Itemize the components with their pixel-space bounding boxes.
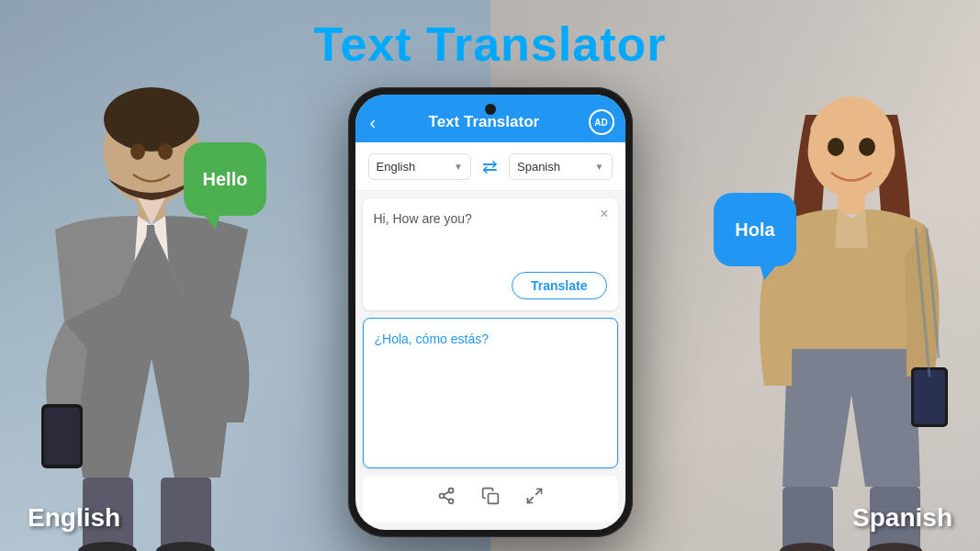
svg-rect-15 (914, 370, 945, 424)
phone-mockup: ‹ Text Translator AD English ▼ ⇄ Spanish… (348, 87, 633, 537)
output-text: ¿Hola, cómo estás? (375, 330, 606, 349)
language-bar: English ▼ ⇄ Spanish ▼ (355, 142, 625, 191)
svg-line-27 (444, 497, 449, 500)
hello-text: Hello (203, 169, 248, 190)
svg-line-31 (527, 498, 533, 503)
svg-point-12 (807, 96, 896, 197)
app-title: Text Translator (379, 113, 588, 131)
main-title: Text Translator (0, 17, 980, 72)
hola-bubble: Hola (714, 193, 796, 266)
svg-rect-7 (161, 478, 211, 551)
woman-figure (714, 64, 980, 551)
svg-point-22 (828, 138, 844, 156)
source-language-select[interactable]: English ▼ (368, 153, 472, 180)
swap-button[interactable]: ⇄ (479, 152, 501, 181)
phone-camera (485, 104, 496, 115)
back-button[interactable]: ‹ (366, 108, 380, 137)
ad-button[interactable]: AD (589, 109, 614, 135)
man-figure (9, 64, 285, 551)
input-area: Hi, How are you? × Translate (363, 198, 618, 310)
target-lang-arrow: ▼ (595, 162, 604, 172)
svg-line-30 (535, 489, 541, 495)
share-button[interactable] (434, 483, 459, 513)
svg-point-1 (104, 87, 199, 152)
english-label: English (28, 503, 120, 533)
source-lang-text: English (377, 160, 416, 174)
svg-line-28 (444, 491, 449, 494)
source-lang-arrow: ▼ (454, 162, 463, 172)
copy-button[interactable] (478, 483, 503, 513)
svg-point-10 (130, 143, 145, 160)
translate-button-row: Translate (374, 272, 607, 299)
svg-rect-5 (44, 408, 80, 465)
clear-button[interactable]: × (600, 206, 608, 222)
target-language-select[interactable]: Spanish ▼ (509, 153, 613, 180)
phone-screen: ‹ Text Translator AD English ▼ ⇄ Spanish… (355, 95, 625, 530)
svg-rect-29 (488, 494, 498, 504)
spanish-label: Spanish (852, 503, 952, 533)
phone-frame: ‹ Text Translator AD English ▼ ⇄ Spanish… (348, 87, 633, 537)
output-area: ¿Hola, cómo estás? (363, 318, 618, 468)
app-bar: ‹ Text Translator AD (355, 95, 625, 142)
hello-bubble: Hello (184, 142, 266, 216)
expand-button[interactable] (522, 483, 547, 513)
hola-text: Hola (735, 219, 774, 241)
svg-point-23 (859, 138, 875, 156)
translate-button[interactable]: Translate (512, 272, 606, 299)
svg-point-11 (158, 143, 173, 160)
bottom-actions (363, 476, 618, 523)
svg-rect-18 (783, 487, 833, 551)
target-lang-text: Spanish (517, 160, 560, 174)
svg-rect-13 (838, 191, 865, 214)
input-text[interactable]: Hi, How are you? (374, 209, 607, 264)
